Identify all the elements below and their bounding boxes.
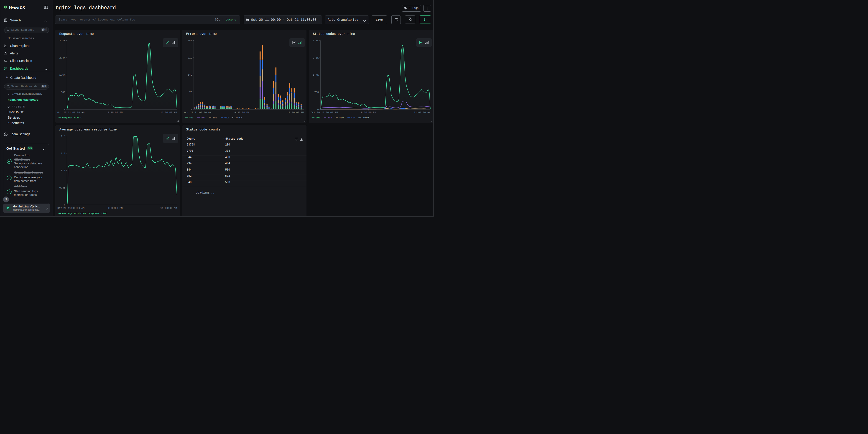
svg-text:140: 140: [188, 73, 192, 76]
svg-text:0: 0: [191, 108, 192, 111]
svg-text:Oct 20 11:00:00 AM: Oct 20 11:00:00 AM: [57, 111, 85, 114]
svg-text:9:30:00 PM: 9:30:00 PM: [234, 111, 249, 114]
svg-text:0.7: 0.7: [61, 169, 65, 172]
svg-text:1.4K: 1.4K: [313, 73, 319, 76]
svg-text:11:00:00 AM: 11:00:00 AM: [160, 207, 177, 210]
svg-text:700: 700: [314, 91, 319, 93]
svg-text:11:00:00 AM: 11:00:00 AM: [414, 111, 431, 114]
svg-text:1.6K: 1.6K: [59, 73, 66, 76]
svg-text:9:30:00 PM: 9:30:00 PM: [361, 111, 376, 114]
svg-text:9:30:00 PM: 9:30:00 PM: [107, 207, 123, 210]
svg-text:70: 70: [189, 91, 192, 93]
svg-text:800: 800: [61, 91, 65, 93]
svg-text:1.4: 1.4: [61, 135, 65, 137]
svg-text:210: 210: [188, 56, 192, 59]
svg-text:2.1K: 2.1K: [313, 56, 319, 59]
svg-text:2.4K: 2.4K: [59, 56, 66, 59]
svg-text:11:00:00 AM: 11:00:00 AM: [160, 111, 177, 114]
svg-text:Oct 20 11:00:00 AM: Oct 20 11:00:00 AM: [184, 111, 211, 114]
svg-text:10:30:00 AM: 10:30:00 AM: [287, 111, 304, 114]
svg-text:Oct 20 11:00:00 AM: Oct 20 11:00:00 AM: [57, 207, 85, 210]
svg-text:0.35: 0.35: [59, 186, 65, 189]
svg-text:0: 0: [64, 204, 65, 207]
svg-text:0: 0: [317, 108, 319, 111]
svg-text:1.1: 1.1: [61, 152, 65, 155]
svg-text:2.8K: 2.8K: [313, 39, 319, 42]
svg-text:Oct 20 11:00:00 AM: Oct 20 11:00:00 AM: [311, 111, 338, 114]
svg-text:280: 280: [188, 39, 192, 42]
svg-text:3.2K: 3.2K: [59, 39, 66, 42]
svg-text:0: 0: [64, 108, 65, 111]
svg-text:9:30:00 PM: 9:30:00 PM: [107, 111, 123, 114]
